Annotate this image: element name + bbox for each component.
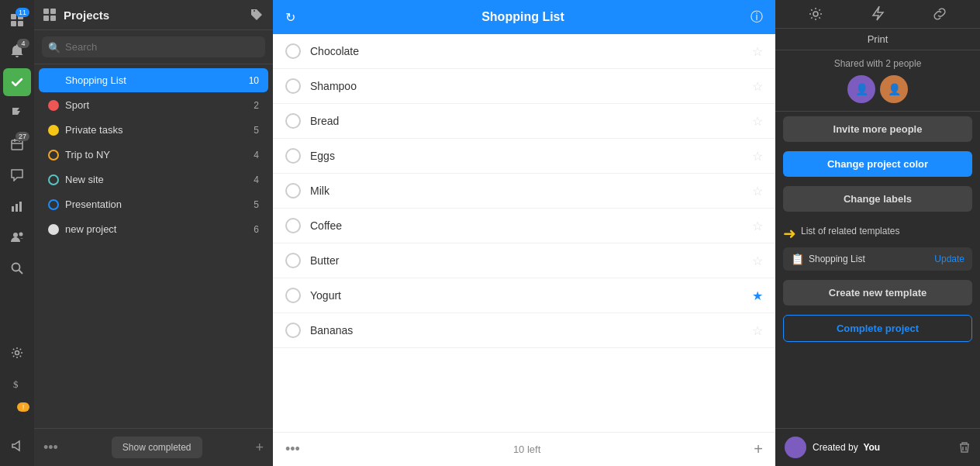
main-footer: ••• 10 left + (273, 432, 775, 466)
avatar-1: 👤 (847, 75, 875, 103)
refresh-icon[interactable]: ↻ (285, 10, 295, 25)
project-name: Shopping List (65, 74, 243, 86)
notification-badge: 4 (17, 39, 29, 48)
sidebar-item-trip-to-ny[interactable]: Trip to NY4 (39, 143, 268, 167)
svg-point-9 (19, 233, 23, 236)
svg-rect-16 (43, 16, 49, 21)
sidebar-item-private-tasks[interactable]: Private tasks5 (39, 118, 268, 142)
change-color-button[interactable]: Change project color (783, 151, 972, 177)
calendar-icon[interactable]: 27 (3, 130, 31, 158)
lightning-icon[interactable] (870, 6, 885, 22)
template-update-button[interactable]: Update (934, 254, 964, 264)
projects-icon[interactable]: 11 (3, 6, 31, 34)
flag-icon[interactable] (3, 99, 31, 127)
project-count: 4 (254, 150, 259, 161)
project-count: 5 (254, 199, 259, 210)
project-name: Sport (65, 99, 247, 111)
task-star[interactable]: ★ (752, 288, 763, 303)
task-checkbox[interactable] (285, 78, 301, 94)
created-by-label: Created by (813, 442, 858, 453)
project-count: 2 (254, 100, 259, 111)
task-star[interactable]: ☆ (752, 44, 763, 59)
task-star[interactable]: ☆ (752, 114, 763, 129)
invite-more-button[interactable]: Invite more people (783, 116, 972, 142)
task-checkbox[interactable] (285, 253, 301, 268)
task-checkbox[interactable] (285, 113, 301, 129)
create-template-button[interactable]: Create new template (783, 280, 972, 305)
print-label: Print (868, 33, 889, 45)
task-item: Milk☆ (273, 174, 775, 209)
check-icon[interactable] (3, 68, 31, 96)
task-name: Yogurt (310, 289, 743, 302)
project-name: new project (65, 223, 247, 235)
sidebar-item-new-project[interactable]: new project6 (39, 217, 268, 241)
svg-rect-4 (12, 140, 22, 150)
icon-bar: 11 4 27 $ ! (0, 0, 34, 466)
task-checkbox[interactable] (285, 288, 301, 303)
task-checkbox[interactable] (285, 218, 301, 233)
sidebar-item-new-site[interactable]: New site4 (39, 167, 268, 192)
sidebar-footer: ••• Show completed + (34, 428, 273, 466)
task-star[interactable]: ☆ (752, 254, 763, 268)
project-dot (48, 75, 59, 86)
arrow-icon: ➜ (783, 224, 796, 243)
svg-point-10 (12, 264, 20, 271)
gear-icon[interactable] (808, 6, 823, 22)
sidebar-header: Projects (34, 0, 273, 30)
sidebar-item-shopping-list[interactable]: Shopping List10 (39, 68, 268, 92)
search-input[interactable] (42, 36, 265, 57)
task-item: Yogurt★ (273, 278, 775, 313)
sidebar-item-sport[interactable]: Sport2 (39, 93, 268, 117)
chart-icon[interactable] (3, 192, 31, 220)
project-dot (48, 224, 59, 235)
task-name: Bread (310, 115, 743, 127)
dollar-icon[interactable]: $ (3, 370, 31, 398)
task-checkbox[interactable] (285, 148, 301, 164)
add-task-button[interactable]: + (754, 440, 763, 458)
task-item: Bread☆ (273, 104, 775, 139)
sidebar-footer-dots[interactable]: ••• (43, 440, 58, 456)
settings-icon[interactable] (3, 339, 31, 367)
main-footer-dots[interactable]: ••• (285, 441, 300, 457)
trash-icon[interactable] (958, 441, 971, 454)
sidebar-item-presentation[interactable]: Presentation5 (39, 192, 268, 216)
svg-rect-6 (16, 204, 18, 212)
task-star[interactable]: ☆ (752, 149, 763, 164)
projects-badge: 11 (16, 8, 29, 17)
task-name: Chocolate (310, 45, 743, 57)
sidebar-project-list: Shopping List10Sport2Private tasks5Trip … (34, 64, 273, 428)
right-panel: Print Shared with 2 people 👤 👤 Invite mo… (775, 0, 980, 466)
chat-icon[interactable] (3, 161, 31, 189)
complete-project-button[interactable]: Complete project (783, 315, 972, 342)
shared-section: Shared with 2 people 👤 👤 (775, 50, 980, 112)
task-checkbox[interactable] (285, 323, 301, 338)
link-icon[interactable] (932, 6, 947, 22)
project-dot (48, 150, 59, 161)
task-star[interactable]: ☆ (752, 184, 763, 198)
notification-icon[interactable]: 4 (3, 37, 31, 65)
people-icon[interactable] (3, 223, 31, 251)
task-star[interactable]: ☆ (752, 79, 763, 94)
task-name: Bananas (310, 324, 743, 337)
change-labels-button[interactable]: Change labels (783, 186, 972, 212)
task-checkbox[interactable] (285, 183, 301, 198)
warning-icon[interactable]: ! (3, 401, 31, 429)
task-star[interactable]: ☆ (752, 323, 763, 338)
sidebar-footer-plus[interactable]: + (255, 440, 264, 456)
info-icon[interactable]: ⓘ (751, 9, 763, 26)
tag-icon[interactable] (250, 8, 264, 22)
task-name: Coffee (310, 219, 743, 232)
project-count: 4 (254, 174, 259, 185)
megaphone-icon[interactable] (3, 432, 31, 460)
svg-rect-7 (19, 202, 22, 212)
task-star[interactable]: ☆ (752, 219, 763, 233)
svg-text:$: $ (13, 378, 19, 390)
task-item: Bananas☆ (273, 313, 775, 348)
show-completed-button[interactable]: Show completed (112, 437, 202, 458)
search-icon[interactable] (3, 254, 31, 282)
task-name: Eggs (310, 150, 743, 162)
task-checkbox[interactable] (285, 43, 301, 59)
templates-section: ➜ List of related templates 📋 Shopping L… (783, 221, 972, 274)
shared-avatars: 👤 👤 (785, 75, 971, 103)
main-header: ↻ Shopping List ⓘ (273, 0, 775, 34)
